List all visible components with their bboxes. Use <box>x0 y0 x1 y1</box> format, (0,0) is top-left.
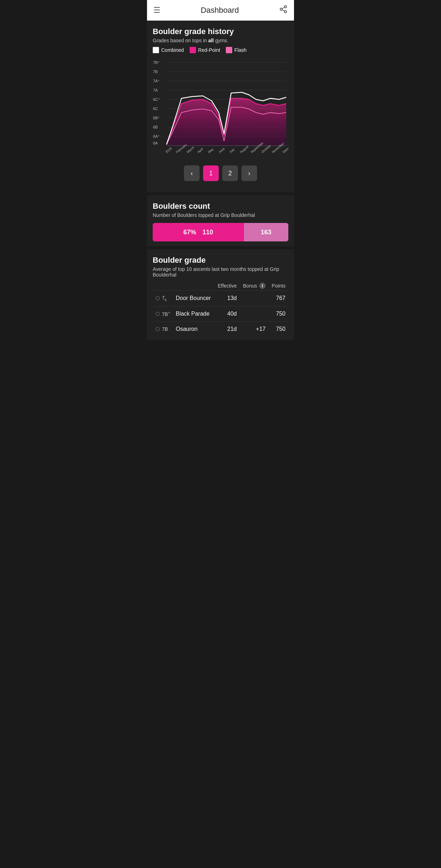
svg-text:6B⁺: 6B⁺ <box>153 116 160 120</box>
progress-bar-empty: 163 <box>244 223 288 241</box>
section-divider-1 <box>147 192 294 195</box>
grade-text-2: 7B+ <box>162 311 170 317</box>
next-page-button[interactable]: › <box>241 165 257 181</box>
legend-redpoint-label: Red-Point <box>198 47 220 53</box>
grade-dot-1 <box>156 296 160 300</box>
chart-legend: Combined Red-Point Flash <box>153 47 288 53</box>
progress-bar-filled: 67% 110 <box>153 223 244 241</box>
grade-history-subtitle: Grades based on tops in all gyms. <box>153 38 288 43</box>
boulder-grade-title: Boulder grade <box>153 256 288 265</box>
legend-flash: Flash <box>226 47 246 53</box>
header: ☰ Dashboard <box>147 0 294 21</box>
menu-icon[interactable]: ☰ <box>153 6 160 15</box>
legend-combined-label: Combined <box>161 47 184 53</box>
table-row: 7B Osauron 21d +17 750 <box>153 321 288 337</box>
row-name-3: Osauron <box>173 321 214 337</box>
boulders-count-subtitle: Number of Boulders topped at Grip Boulde… <box>153 212 288 218</box>
grade-dot-3 <box>156 327 160 331</box>
boulder-grade-subtitle: Average of top 10 ascents last two month… <box>153 266 288 278</box>
boulder-grade-table: Effective Bonus i Points 7c Doo <box>153 281 288 337</box>
share-icon[interactable] <box>279 5 288 16</box>
legend-combined: Combined <box>153 47 184 53</box>
svg-text:6A: 6A <box>153 141 158 145</box>
grade-history-title: Boulder grade history <box>153 27 288 36</box>
grade-text-3: 7B <box>162 326 168 332</box>
row-bonus-3: +17 <box>240 321 268 337</box>
row-bonus-2 <box>240 306 268 321</box>
header-title: Dashboard <box>201 6 239 15</box>
table-header-row: Effective Bonus i Points <box>153 281 288 291</box>
boulders-count-section: Boulders count Number of Boulders topped… <box>147 195 294 246</box>
row-points-3: 750 <box>268 321 288 337</box>
svg-text:7B⁺: 7B⁺ <box>153 60 160 65</box>
legend-flash-label: Flash <box>234 47 246 53</box>
row-points-2: 750 <box>268 306 288 321</box>
row-grade-2: 7B+ <box>153 306 173 321</box>
svg-line-4 <box>282 7 285 9</box>
table-row: 7B+ Black Parade 40d 750 <box>153 306 288 321</box>
grade-text-1: 7c <box>162 295 167 302</box>
svg-text:2018: 2018 <box>165 147 173 154</box>
table-row: 7c Door Bouncer 13d 767 <box>153 291 288 306</box>
svg-text:6C⁺: 6C⁺ <box>153 97 160 102</box>
progress-percent: 67% <box>183 229 196 236</box>
col-effective: Effective <box>214 281 240 291</box>
svg-text:6B: 6B <box>153 125 158 129</box>
legend-redpoint-box <box>190 47 196 53</box>
chart-svg: 7B⁺ 7B 7A⁺ 7A 6C⁺ 6C 6B⁺ 6B 6A⁺ 6A <box>153 58 288 157</box>
row-grade-3: 7B <box>153 321 173 337</box>
col-grade <box>153 281 173 291</box>
row-grade-1: 7c <box>153 291 173 306</box>
row-bonus-1 <box>240 291 268 306</box>
svg-line-3 <box>282 10 285 11</box>
page-2-button[interactable]: 2 <box>222 165 238 181</box>
progress-total: 163 <box>261 229 271 236</box>
svg-text:June: June <box>218 147 225 154</box>
col-bonus: Bonus i <box>240 281 268 291</box>
svg-text:August: August <box>239 145 249 154</box>
svg-text:7B: 7B <box>153 70 158 74</box>
prev-page-button[interactable]: ‹ <box>184 165 200 181</box>
row-name-1: Door Bouncer <box>173 291 214 306</box>
svg-text:7A: 7A <box>153 88 158 92</box>
section-divider-2 <box>147 246 294 249</box>
svg-text:April: April <box>197 147 204 154</box>
col-points: Points <box>268 281 288 291</box>
grade-history-section: Boulder grade history Grades based on to… <box>147 21 294 192</box>
svg-text:May: May <box>207 147 214 154</box>
boulder-grade-section: Boulder grade Average of top 10 ascents … <box>147 249 294 340</box>
svg-text:7A⁺: 7A⁺ <box>153 79 160 83</box>
svg-text:July: July <box>229 147 235 154</box>
svg-text:March: March <box>186 146 195 154</box>
boulders-progress-bar: 67% 110 163 <box>153 223 288 241</box>
svg-text:6A⁺: 6A⁺ <box>153 134 160 138</box>
row-effective-1: 13d <box>214 291 240 306</box>
grade-dot-2 <box>156 312 160 316</box>
grade-chart: 7B⁺ 7B 7A⁺ 7A 6C⁺ 6C 6B⁺ 6B 6A⁺ 6A <box>153 58 288 157</box>
page-1-button[interactable]: 1 <box>203 165 219 181</box>
row-effective-2: 40d <box>214 306 240 321</box>
legend-redpoint: Red-Point <box>190 47 220 53</box>
legend-combined-box <box>153 47 159 53</box>
legend-flash-box <box>226 47 232 53</box>
row-effective-3: 21d <box>214 321 240 337</box>
progress-topped: 110 <box>202 229 213 236</box>
svg-text:6C: 6C <box>153 107 158 111</box>
boulders-count-title: Boulders count <box>153 202 288 211</box>
bonus-info-icon[interactable]: i <box>259 283 266 289</box>
pagination: ‹ 1 2 › <box>153 162 288 187</box>
row-name-2: Black Parade <box>173 306 214 321</box>
row-points-1: 767 <box>268 291 288 306</box>
col-name <box>173 281 214 291</box>
